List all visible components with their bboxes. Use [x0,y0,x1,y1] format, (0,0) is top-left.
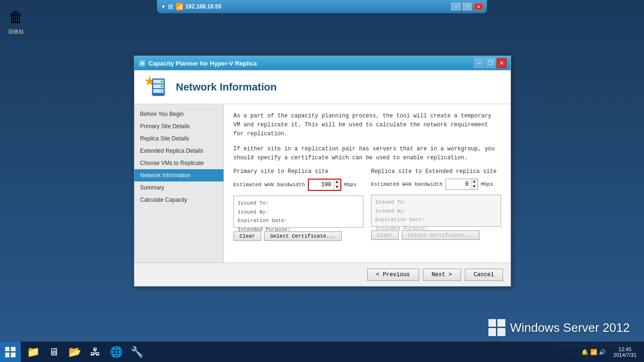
window-title: ⚙ Capacity Planner for Hyper-V Replica [138,59,257,67]
taskbar: 📁 🖥 📂 🖧 🌐 🔧 🔔 📶 🔊 12:45 2014/7/31 [0,341,644,362]
start-button[interactable] [0,342,21,362]
window-footer: < Previous Next > Cancel [134,263,511,286]
window-body: Before You Begin Primary Site Details Re… [134,104,511,263]
taskbar-clock: 12:45 2014/7/31 [610,346,640,358]
recycle-bin[interactable]: 🗑 回收站 [5,5,27,37]
svg-rect-11 [497,328,505,336]
nav-item-choose-vms[interactable]: Choose VMs to Replicate [134,157,223,169]
replica-cert-buttons: Clear Select Certificate... [371,230,501,240]
primary-bandwidth-down[interactable]: ▼ [334,185,340,190]
svg-rect-9 [497,319,505,327]
primary-bandwidth-input[interactable] [309,180,333,190]
taskbar-items: 📁 🖥 📂 🖧 🌐 🔧 [21,342,581,362]
description-text-1: As a part of the capacity planning proce… [233,112,501,139]
window-app-icon: ⚙ [138,59,146,67]
replica-clear-button[interactable]: Clear [371,230,399,240]
replica-bandwidth-row: Estimated WAN bandwidth ▲ ▼ Mbps [371,179,501,190]
replica-cert-box: Issued To: Issued By: Expiration Date: I… [371,195,501,227]
replica-cert-issued-to: Issued To: [375,198,497,207]
svg-rect-10 [488,328,496,336]
primary-cert-issued-to: Issued To: [238,199,359,208]
cancel-button[interactable]: Cancel [465,269,503,281]
windows-logo-icon [488,319,505,336]
rdp-bar-left: ▼ ⊞ 📶 192.168.10.55 [161,3,222,10]
taskbar-date: 2014/7/31 [613,352,636,358]
nav-item-replica-site-details[interactable]: Replica Site Details [134,132,223,145]
replica-bandwidth-input-wrapper: ▲ ▼ [446,179,478,190]
rdp-minimize-btn[interactable]: ─ [451,3,461,10]
replica-to-extended-section: Replica site to Extended replica site Es… [371,168,501,241]
window-controls: ─ ❐ ✕ [474,58,507,68]
nav-item-summary[interactable]: Summary [134,181,223,194]
rdp-close-btn[interactable]: ✕ [474,3,483,10]
nav-item-primary-site-details[interactable]: Primary Site Details [134,120,223,132]
primary-cert-buttons: Clear Select Certificate... [233,231,363,241]
svg-rect-12 [5,347,9,351]
nav-item-calculate-capacity[interactable]: Calculate Capacity [134,194,223,206]
svg-point-5 [161,81,163,82]
close-button[interactable]: ✕ [496,58,507,68]
replica-cert-issued-by: Issued By: [375,207,497,216]
nav-item-extended-replica-details[interactable]: Extended Replica Details [134,145,223,157]
svg-rect-14 [5,353,9,357]
description-text-2: If either site in a replication pair has… [233,145,501,163]
primary-mbps-label: Mbps [344,182,356,188]
svg-point-6 [161,85,163,87]
taskbar-notification-icons: 🔔 📶 🔊 [581,349,606,355]
previous-button[interactable]: < Previous [367,269,419,281]
svg-rect-8 [488,319,496,327]
window-header: Network Information [134,70,511,104]
replica-mbps-label: Mbps [481,181,493,187]
taskbar-item-explorer[interactable]: 📁 [23,342,43,362]
rdp-bar-controls: ─ ❐ ✕ [451,3,483,10]
taskbar-item-network[interactable]: 🖧 [85,342,106,362]
svg-point-7 [161,90,163,92]
minimize-button[interactable]: ─ [474,58,484,68]
replica-section-title: Replica site to Extended replica site [371,168,501,175]
replica-bandwidth-spinner: ▲ ▼ [471,179,478,189]
replica-bandwidth-down[interactable]: ▼ [471,184,478,189]
replica-bandwidth-up[interactable]: ▲ [471,179,478,184]
rdp-bar-title: 192.168.10.55 [185,3,222,10]
nav-item-network-information[interactable]: Network Information [134,169,223,181]
primary-select-cert-button[interactable]: Select Certificate... [264,231,342,241]
nav-item-before-you-begin[interactable]: Before You Begin [134,108,223,120]
primary-clear-button[interactable]: Clear [233,231,261,241]
ws-branding: Windows Server 2012 [488,319,630,336]
primary-to-replica-section: Primary site to Replica site Estimated W… [233,168,363,241]
taskbar-item-powershell[interactable]: 🖥 [43,342,64,362]
sidebar: Before You Begin Primary Site Details Re… [134,104,224,263]
primary-bandwidth-spinner: ▲ ▼ [333,180,340,190]
primary-bandwidth-up[interactable]: ▲ [334,180,340,185]
next-button[interactable]: Next > [423,269,461,281]
primary-section-title: Primary site to Replica site [233,168,363,175]
replica-bandwidth-input[interactable] [446,179,471,189]
rdp-bar: ▼ ⊞ 📶 192.168.10.55 ─ ❐ ✕ [157,0,487,13]
taskbar-item-ie[interactable]: 🌐 [106,342,126,362]
primary-bandwidth-row: Estimated WAN bandwidth ▲ ▼ Mbps [233,179,363,191]
taskbar-right: 🔔 📶 🔊 12:45 2014/7/31 [581,342,644,362]
maximize-button[interactable]: ❐ [485,58,495,68]
primary-cert-expiration: Expiration Date: [238,216,359,225]
taskbar-time: 12:45 [619,346,632,352]
main-content: As a part of the capacity planning proce… [224,104,511,263]
ws-brand-text: Windows Server 2012 [510,321,630,335]
rdp-restore-btn[interactable]: ❐ [462,3,472,10]
header-icon [144,75,168,99]
replica-cert-expiration: Expiration Date: [375,215,497,224]
replica-bandwidth-label: Estimated WAN bandwidth [371,181,443,187]
taskbar-item-tools[interactable]: 🔧 [126,342,147,362]
primary-cert-issued-by: Issued By: [238,208,359,217]
two-column-layout: Primary site to Replica site Estimated W… [233,168,501,241]
taskbar-item-files[interactable]: 📂 [64,342,85,362]
replica-select-cert-button[interactable]: Select Certificate... [402,230,479,240]
primary-cert-box: Issued To: Issued By: Expiration Date: I… [233,196,363,228]
main-window: ⚙ Capacity Planner for Hyper-V Replica ─… [134,56,511,287]
window-header-title: Network Information [176,81,277,93]
primary-bandwidth-input-wrapper: ▲ ▼ [308,179,341,191]
svg-rect-15 [11,353,16,357]
recycle-bin-label: 回收站 [8,28,24,35]
svg-rect-13 [11,347,16,351]
primary-bandwidth-label: Estimated WAN bandwidth [233,182,305,188]
recycle-bin-icon: 🗑 [7,7,25,27]
